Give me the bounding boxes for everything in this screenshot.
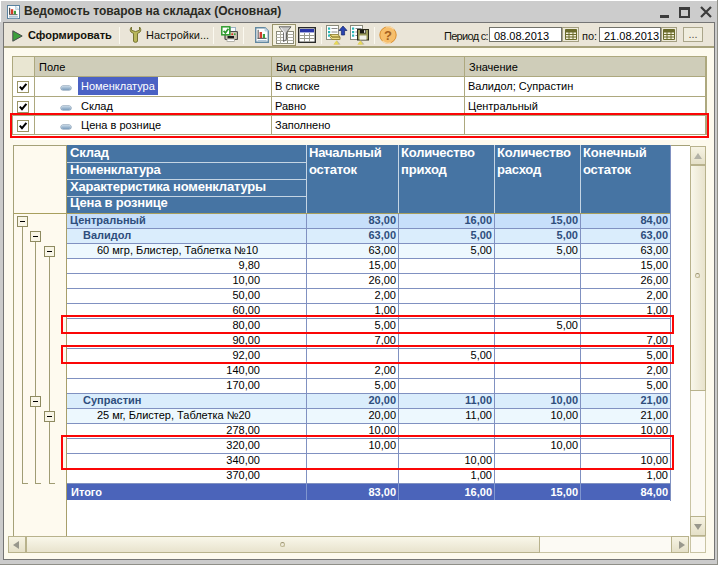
svg-text:?: ?	[384, 28, 392, 43]
